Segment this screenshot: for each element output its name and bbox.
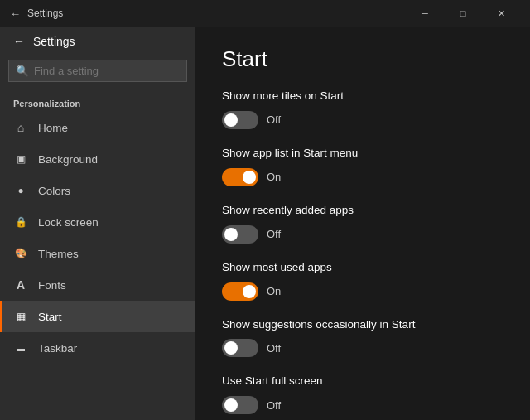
background-icon: ▣ xyxy=(13,152,28,167)
toggle-label-suggestions: Off xyxy=(267,342,281,355)
sidebar-item-themes[interactable]: 🎨 Themes xyxy=(0,238,195,269)
start-icon: ▦ xyxy=(13,309,28,324)
sidebar-item-label-themes: Themes xyxy=(38,248,79,260)
toggle-row-recently-added: Off xyxy=(222,225,504,244)
toggle-most-used[interactable] xyxy=(222,282,258,301)
toggle-knob-recently-added xyxy=(224,228,238,241)
titlebar-left: ← Settings xyxy=(10,7,63,20)
setting-label-recently-added: Show recently added apps xyxy=(222,203,504,219)
toggle-label-more-tiles: Off xyxy=(267,113,281,126)
sidebar-item-label-background: Background xyxy=(38,153,98,166)
colors-icon: ● xyxy=(13,183,28,198)
setting-label-app-list: Show app list in Start menu xyxy=(222,146,504,162)
toggle-full-screen[interactable] xyxy=(222,396,258,414)
toggle-row-most-used: On xyxy=(222,282,504,301)
sidebar-item-label-taskbar: Taskbar xyxy=(38,342,77,355)
sidebar-item-taskbar[interactable]: ▬ Taskbar xyxy=(0,332,195,364)
fonts-icon: A xyxy=(13,278,28,292)
maximize-button[interactable]: □ xyxy=(444,0,482,27)
setting-app-list: Show app list in Start menu On xyxy=(222,146,504,186)
toggle-row-app-list: On xyxy=(222,168,504,186)
toggle-row-full-screen: Off xyxy=(222,396,504,414)
toggle-label-recently-added: Off xyxy=(267,228,281,240)
sidebar-item-label-colors: Colors xyxy=(38,185,70,197)
sidebar-item-fonts[interactable]: A Fonts xyxy=(0,269,195,301)
setting-more-tiles: Show more tiles on Start Off xyxy=(222,89,504,129)
page-title: Start xyxy=(222,46,504,72)
toggle-app-list[interactable] xyxy=(222,168,258,186)
main-content: ← Settings 🔍 Personalization ⌂ Home ▣ Ba… xyxy=(0,27,530,420)
toggle-more-tiles[interactable] xyxy=(222,111,258,129)
search-box[interactable]: 🔍 xyxy=(8,60,187,82)
close-button[interactable]: ✕ xyxy=(482,0,520,27)
back-button[interactable]: ← Settings xyxy=(0,27,195,56)
setting-most-used: Show most used apps On xyxy=(222,260,504,301)
toggle-label-most-used: On xyxy=(267,285,281,297)
sidebar-item-background[interactable]: ▣ Background xyxy=(0,143,195,175)
search-icon: 🔍 xyxy=(16,65,29,77)
toggle-row-suggestions: Off xyxy=(222,339,504,357)
sidebar-item-label-home: Home xyxy=(38,122,68,134)
titlebar: ← Settings ─ □ ✕ xyxy=(0,0,530,27)
setting-suggestions: Show suggestions occasionally in Start O… xyxy=(222,317,504,358)
toggle-knob-most-used xyxy=(243,285,256,298)
setting-recently-added: Show recently added apps Off xyxy=(222,203,504,244)
setting-label-suggestions: Show suggestions occasionally in Start xyxy=(222,317,504,333)
section-label: Personalization xyxy=(0,92,195,112)
sidebar: ← Settings 🔍 Personalization ⌂ Home ▣ Ba… xyxy=(0,27,195,420)
setting-label-most-used: Show most used apps xyxy=(222,260,504,276)
lock-icon: 🔒 xyxy=(13,215,28,229)
sidebar-item-lock-screen[interactable]: 🔒 Lock screen xyxy=(0,206,195,238)
toggle-knob-suggestions xyxy=(224,341,238,355)
toggle-knob-more-tiles xyxy=(224,113,238,127)
right-panel: Start Show more tiles on Start Off Show … xyxy=(195,27,530,420)
toggle-suggestions[interactable] xyxy=(222,339,258,357)
setting-label-more-tiles: Show more tiles on Start xyxy=(222,89,504,104)
toggle-label-full-screen: Off xyxy=(267,399,281,412)
toggle-knob-full-screen xyxy=(224,398,238,412)
sidebar-item-home[interactable]: ⌂ Home xyxy=(0,112,195,143)
sidebar-item-start[interactable]: ▦ Start xyxy=(0,301,195,332)
setting-label-full-screen: Use Start full screen xyxy=(222,374,504,389)
sidebar-item-label-fonts: Fonts xyxy=(38,279,66,292)
titlebar-title: Settings xyxy=(27,7,63,19)
setting-full-screen: Use Start full screen Off xyxy=(222,374,504,414)
sidebar-item-label-lock-screen: Lock screen xyxy=(38,216,99,229)
back-arrow-icon: ← xyxy=(13,35,25,48)
sidebar-item-label-start: Start xyxy=(38,311,62,323)
toggle-recently-added[interactable] xyxy=(222,225,258,244)
home-icon: ⌂ xyxy=(13,120,28,135)
sidebar-item-colors[interactable]: ● Colors xyxy=(0,175,195,206)
search-input[interactable] xyxy=(34,65,180,77)
toggle-knob-app-list xyxy=(243,171,256,184)
back-label: Settings xyxy=(33,35,75,48)
toggle-row-more-tiles: Off xyxy=(222,111,504,129)
toggle-label-app-list: On xyxy=(267,171,281,183)
minimize-button[interactable]: ─ xyxy=(406,0,444,27)
titlebar-controls: ─ □ ✕ xyxy=(406,0,520,27)
taskbar-icon: ▬ xyxy=(13,340,28,355)
back-icon[interactable]: ← xyxy=(10,7,21,20)
themes-icon: 🎨 xyxy=(13,246,28,261)
